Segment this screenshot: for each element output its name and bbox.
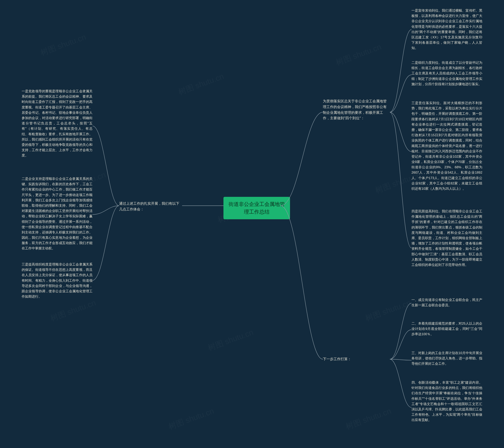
- left-leaf-1-text: 二是企业支持是理顺非公企业工会隶属关系的关键。实践告诉我们，在新的历史条件下，工…: [22, 177, 92, 250]
- left-leaf-1[interactable]: 二是企业支持是理顺非公企业工会隶属关系的关键。实践告诉我们，在新的历史条件下，工…: [22, 176, 92, 251]
- right-b-leaf-3-text: 四、创新活动载体，丰富"职工之家"建设内容。针对我们街道食品行业多的特点，我们将…: [412, 381, 482, 422]
- watermark: 树图 shutu.cn: [177, 71, 225, 97]
- right-a-leaf-1[interactable]: 二是组织力度到位。街道成立了以分管副书记为组长，街道工会联合会主席为副组长，各行…: [412, 60, 482, 87]
- root-title: 街道非公企业工会属地管理工作总结: [229, 201, 285, 215]
- watermark: 树图 shutu.cn: [49, 297, 97, 324]
- right-a-leaf-0-text: 一是宣传发动到位。我们通过横幅、宣传栏、黑板报，以及利用各种会议进行大力宣传，使…: [412, 9, 482, 50]
- right-branch-a-label: 为贯彻落实区总关于非公企业工会属地管理工作的会议精神，我们严格按照非公有制企业属…: [323, 99, 387, 120]
- right-b-leaf-0[interactable]: 一、成立街道非公有制企业工会联合会，民主产生新一届工会联合会委员。: [412, 297, 482, 308]
- left-leaf-0[interactable]: 一是党政领导的重视是理顺非公企业工会隶属关系的前提。我们将区总工会的会议精神、要…: [22, 89, 92, 158]
- right-b-leaf-2-text: 三、对新上岗的工会主席计划在10月中旬开展业务培训，使他们尽快进入角色，进一步帮…: [412, 351, 482, 365]
- right-b-leaf-0-text: 一、成立街道非公有制企业工会联合会，民主产生新一届工会联合会委员。: [412, 298, 482, 307]
- right-branch-b-node[interactable]: 下一步工作打算：: [323, 356, 390, 362]
- right-branch-b-label: 下一步工作打算：: [323, 357, 351, 361]
- watermark: 树图 shutu.cn: [364, 297, 413, 324]
- right-a-leaf-0[interactable]: 一是宣传发动到位。我们通过横幅、宣传栏、黑板报，以及利用各种会议进行大力宣传，使…: [412, 8, 482, 51]
- right-b-leaf-2[interactable]: 三、对新上岗的工会主席计划在10月中旬开展业务培训，使他们尽快进入角色，进一步帮…: [412, 350, 482, 366]
- right-branch-a-node[interactable]: 为贯彻落实区总关于非公企业工会属地管理工作的会议精神，我们严格按照非公有制企业属…: [323, 98, 390, 121]
- watermark: 树图 shutu.cn: [167, 406, 216, 432]
- watermark: 树图 shutu.cn: [206, 327, 255, 353]
- right-a-leaf-1-text: 二是组织力度到位。街道成立了以分管副书记为组长，街道工会联合会主席为副组长，各行…: [412, 61, 482, 86]
- left-leaf-0-text: 一是党政领导的重视是理顺非公企业工会隶属关系的前提。我们将区总工会的会议精神、要…: [22, 89, 92, 157]
- right-a-leaf-2[interactable]: 三是责任落实到位。面对大规模拆迁的不利形势，我们将此项工作，采取以村为单位实行分…: [412, 100, 482, 191]
- left-leaf-2-text: 三是提高组织程度是理顺非公企业工会隶属关系的保证。街道领导不但在思想上高度重视，…: [22, 263, 92, 298]
- watermark: 树图 shutu.cn: [344, 406, 393, 432]
- left-branch-node[interactable]: 通过上述工作的扎实开展，我们有以下几点工作体会：: [119, 201, 182, 212]
- right-b-leaf-1-text: 二、本着先组建后规范的要求，对25人以上的企业计划在9月底全部组建建工会，同时"…: [412, 322, 482, 336]
- left-branch-label: 通过上述工作的扎实开展，我们有以下几点工作体会：: [119, 201, 179, 211]
- root-node[interactable]: 街道非公企业工会属地管理工作总结: [223, 197, 290, 219]
- right-a-leaf-3[interactable]: 四是巩固提高到位。我们在理顺非公企业工会工作属地化管理的基础上，按区总工会提出的…: [412, 209, 482, 268]
- right-b-leaf-1[interactable]: 二、本着先组建后规范的要求，对25人以上的企业计划在9月底全部组建建工会，同时"…: [412, 321, 482, 337]
- left-leaf-2[interactable]: 三是提高组织程度是理顺非公企业工会隶属关系的保证。街道领导不但在思想上高度重视，…: [22, 262, 92, 299]
- right-b-leaf-3[interactable]: 四、创新活动载体，丰富"职工之家"建设内容。针对我们街道食品行业多的特点，我们将…: [412, 380, 482, 423]
- watermark: 树图 shutu.cn: [39, 32, 88, 58]
- right-a-leaf-2-text: 三是责任落实到位。面对大规模拆迁的不利形势，我们将此项工作，采取以村为单位实行分…: [412, 101, 482, 191]
- watermark: 树图 shutu.cn: [334, 41, 383, 68]
- right-a-leaf-3-text: 四是巩固提高到位。我们在理顺非公企业工会工作属地化管理的基础上，按区总工会提出的…: [412, 209, 482, 267]
